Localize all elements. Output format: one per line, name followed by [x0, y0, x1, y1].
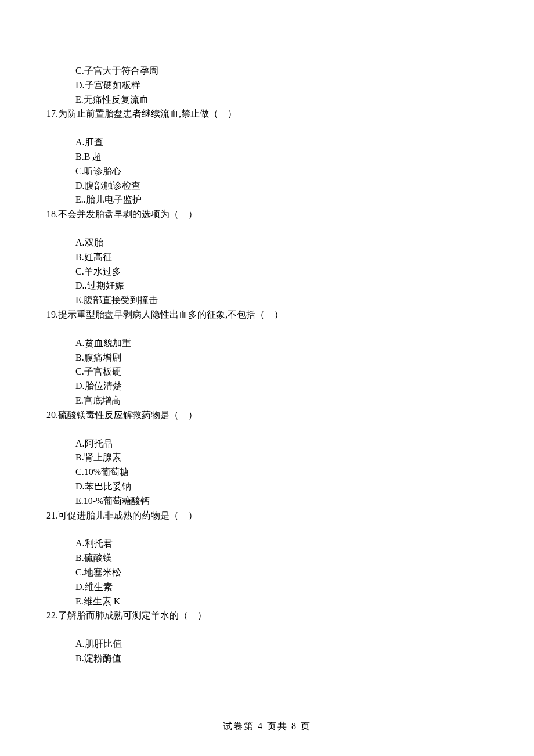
option-text: B.肾上腺素: [59, 451, 488, 465]
option-text: E.无痛性反复流血: [59, 93, 488, 107]
option-text: D.胎位清楚: [59, 379, 488, 394]
option-text: D..过期妊娠: [59, 279, 488, 293]
option-text: A.肛查: [59, 135, 488, 150]
option-text: C.子宫大于符合孕周: [59, 64, 488, 78]
option-text: B.淀粉酶值: [59, 651, 488, 666]
question-text: 21.可促进胎儿非成熟的药物是（ ）: [46, 509, 488, 523]
option-text: C.10%葡萄糖: [59, 465, 488, 480]
page-footer: 试卷第 4 页共 8 页: [0, 719, 534, 734]
option-text: C.地塞米松: [59, 566, 488, 580]
exam-content: C.子宫大于符合孕周 D.子宫硬如板样 E.无痛性反复流血 17.为防止前置胎盘…: [59, 64, 488, 666]
option-text: A.肌肝比值: [59, 637, 488, 651]
option-text: A.贫血貌加重: [59, 336, 488, 351]
option-text: C.子宫板硬: [59, 365, 488, 379]
option-text: B.硫酸镁: [59, 551, 488, 566]
option-text: C.听诊胎心: [59, 164, 488, 179]
question-text: 19.提示重型胎盘早剥病人隐性出血多的征象,不包括（ ）: [46, 308, 488, 322]
option-text: E.10-%葡萄糖酸钙: [59, 494, 488, 509]
option-text: D.苯巴比妥钠: [59, 480, 488, 494]
option-text: D.子宫硬如板样: [59, 78, 488, 93]
option-text: B.妊高征: [59, 250, 488, 265]
option-text: A.双胎: [59, 236, 488, 250]
option-text: B.B 超: [59, 150, 488, 164]
option-text: B.腹痛增剧: [59, 351, 488, 365]
question-text: 22.了解胎而肺成熟可测定羊水的（ ）: [46, 609, 488, 623]
question-text: 18.不会并发胎盘早剥的选项为（ ）: [46, 207, 488, 222]
option-text: E.维生素 K: [59, 595, 488, 609]
option-text: A.阿托品: [59, 437, 488, 451]
option-text: A.利托君: [59, 537, 488, 551]
option-text: E..胎儿电子监护: [59, 193, 488, 207]
question-text: 17.为防止前置胎盘患者继续流血,禁止做（ ）: [46, 107, 488, 121]
option-text: E.腹部直接受到撞击: [59, 293, 488, 308]
option-text: C.羊水过多: [59, 265, 488, 279]
question-text: 20.硫酸镁毒性反应解救药物是（ ）: [46, 408, 488, 423]
option-text: D.腹部触诊检查: [59, 179, 488, 193]
option-text: D.维生素: [59, 580, 488, 595]
option-text: E.宫底增高: [59, 394, 488, 408]
